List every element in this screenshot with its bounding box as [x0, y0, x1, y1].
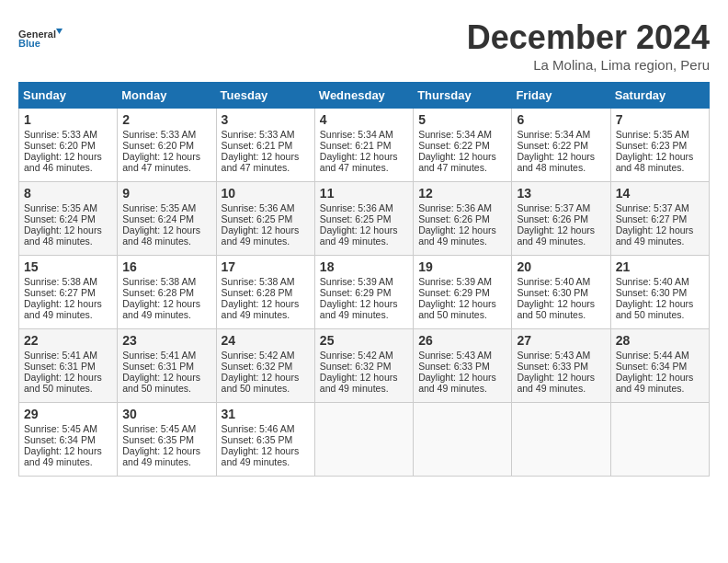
day-number: 17 — [222, 259, 310, 274]
day-info-line: Sunset: 6:25 PM — [320, 213, 408, 224]
day-info-line: Sunrise: 5:35 AM — [24, 202, 112, 213]
day-info-line: Daylight: 12 hours — [222, 298, 310, 309]
day-number: 8 — [24, 186, 112, 201]
day-info-line: Sunset: 6:35 PM — [122, 434, 210, 445]
day-info-line: Sunset: 6:31 PM — [24, 361, 112, 372]
svg-text:Blue: Blue — [18, 38, 40, 49]
day-info-line: Daylight: 12 hours — [24, 224, 112, 236]
day-info-line: Sunset: 6:34 PM — [24, 434, 112, 445]
day-number: 11 — [320, 186, 408, 201]
calendar-cell: 17Sunrise: 5:38 AMSunset: 6:28 PMDayligh… — [216, 256, 314, 329]
day-info-line: Daylight: 12 hours — [320, 298, 408, 309]
day-info-line: Daylight: 12 hours — [616, 372, 704, 383]
day-info-line: and 49 minutes. — [222, 456, 310, 467]
day-info-line: Sunrise: 5:45 AM — [24, 423, 112, 434]
day-info-line: Sunset: 6:30 PM — [517, 287, 605, 298]
header: General Blue December 2024 La Molina, Li… — [18, 18, 710, 73]
weekday-header-wednesday: Wednesday — [314, 83, 413, 109]
day-number: 16 — [122, 259, 210, 274]
day-info-line: Sunset: 6:31 PM — [122, 361, 210, 372]
day-info-line: and 49 minutes. — [418, 236, 506, 247]
day-info-line: Sunrise: 5:45 AM — [122, 423, 210, 434]
day-info-line: and 49 minutes. — [122, 309, 210, 320]
calendar-cell: 26Sunrise: 5:43 AMSunset: 6:33 PMDayligh… — [414, 329, 512, 403]
weekday-header-monday: Monday — [118, 83, 216, 109]
day-info-line: Sunset: 6:28 PM — [222, 287, 310, 298]
day-info-line: and 49 minutes. — [320, 236, 408, 247]
day-info-line: and 50 minutes. — [24, 383, 112, 394]
day-number: 20 — [517, 259, 605, 274]
calendar-cell: 30Sunrise: 5:45 AMSunset: 6:35 PMDayligh… — [118, 403, 216, 477]
day-info-line: Daylight: 12 hours — [418, 372, 506, 383]
calendar-cell: 19Sunrise: 5:39 AMSunset: 6:29 PMDayligh… — [414, 256, 512, 329]
calendar-cell: 10Sunrise: 5:36 AMSunset: 6:25 PMDayligh… — [216, 182, 314, 256]
weekday-header-row: SundayMondayTuesdayWednesdayThursdayFrid… — [19, 83, 710, 109]
day-info-line: Sunrise: 5:40 AM — [616, 276, 704, 287]
day-info-line: Sunset: 6:26 PM — [418, 213, 506, 224]
day-info-line: Sunrise: 5:41 AM — [24, 350, 112, 361]
day-number: 15 — [24, 259, 112, 274]
calendar-cell — [610, 403, 709, 477]
day-info-line: Daylight: 12 hours — [418, 224, 506, 236]
day-info-line: Sunrise: 5:34 AM — [418, 129, 506, 140]
day-info-line: Sunrise: 5:33 AM — [122, 129, 210, 140]
day-number: 2 — [122, 112, 210, 127]
day-info-line: Daylight: 12 hours — [320, 224, 408, 236]
day-info-line: and 48 minutes. — [24, 236, 112, 247]
day-info-line: and 48 minutes. — [517, 162, 605, 173]
day-info-line: Sunrise: 5:33 AM — [222, 129, 310, 140]
day-info-line: Sunset: 6:32 PM — [222, 361, 310, 372]
day-info-line: Sunset: 6:33 PM — [517, 361, 605, 372]
day-info-line: and 49 minutes. — [517, 383, 605, 394]
day-info-line: Sunset: 6:28 PM — [122, 287, 210, 298]
day-info-line: Sunset: 6:29 PM — [320, 287, 408, 298]
day-info-line: Daylight: 12 hours — [122, 151, 210, 162]
day-info-line: Sunrise: 5:43 AM — [517, 350, 605, 361]
calendar-cell: 11Sunrise: 5:36 AMSunset: 6:25 PMDayligh… — [314, 182, 413, 256]
week-row-4: 22Sunrise: 5:41 AMSunset: 6:31 PMDayligh… — [19, 329, 710, 403]
day-info-line: and 46 minutes. — [24, 162, 112, 173]
calendar-cell: 22Sunrise: 5:41 AMSunset: 6:31 PMDayligh… — [19, 329, 118, 403]
day-info-line: Sunrise: 5:42 AM — [222, 350, 310, 361]
calendar-cell: 7Sunrise: 5:35 AMSunset: 6:23 PMDaylight… — [610, 109, 709, 182]
day-info-line: Daylight: 12 hours — [122, 224, 210, 236]
day-number: 14 — [616, 186, 704, 201]
day-info-line: Sunset: 6:21 PM — [320, 140, 408, 151]
calendar-cell: 29Sunrise: 5:45 AMSunset: 6:34 PMDayligh… — [19, 403, 118, 477]
week-row-2: 8Sunrise: 5:35 AMSunset: 6:24 PMDaylight… — [19, 182, 710, 256]
week-row-1: 1Sunrise: 5:33 AMSunset: 6:20 PMDaylight… — [19, 109, 710, 182]
calendar-cell: 21Sunrise: 5:40 AMSunset: 6:30 PMDayligh… — [610, 256, 709, 329]
day-info-line: and 49 minutes. — [122, 456, 210, 467]
day-info-line: Sunrise: 5:35 AM — [616, 129, 704, 140]
day-info-line: and 47 minutes. — [222, 162, 310, 173]
day-number: 19 — [418, 259, 506, 274]
day-info-line: Sunrise: 5:44 AM — [616, 350, 704, 361]
weekday-header-friday: Friday — [512, 83, 610, 109]
day-info-line: and 50 minutes. — [616, 309, 704, 320]
logo-svg: General Blue — [18, 18, 64, 60]
day-info-line: Daylight: 12 hours — [418, 298, 506, 309]
week-row-3: 15Sunrise: 5:38 AMSunset: 6:27 PMDayligh… — [19, 256, 710, 329]
subtitle: La Molina, Lima region, Peru — [467, 57, 710, 73]
day-info-line: Sunset: 6:26 PM — [517, 213, 605, 224]
day-info-line: Sunrise: 5:40 AM — [517, 276, 605, 287]
day-info-line: Daylight: 12 hours — [320, 151, 408, 162]
day-info-line: and 48 minutes. — [122, 236, 210, 247]
calendar-cell: 1Sunrise: 5:33 AMSunset: 6:20 PMDaylight… — [19, 109, 118, 182]
day-number: 28 — [616, 333, 704, 348]
logo: General Blue — [18, 18, 64, 60]
day-number: 6 — [517, 112, 605, 127]
day-info-line: and 50 minutes. — [122, 383, 210, 394]
day-info-line: Sunset: 6:24 PM — [24, 213, 112, 224]
day-info-line: Sunset: 6:25 PM — [222, 213, 310, 224]
day-number: 31 — [222, 407, 310, 421]
day-number: 9 — [122, 186, 210, 201]
day-number: 10 — [222, 186, 310, 201]
day-info-line: Daylight: 12 hours — [222, 372, 310, 383]
day-info-line: Daylight: 12 hours — [616, 298, 704, 309]
calendar-cell: 20Sunrise: 5:40 AMSunset: 6:30 PMDayligh… — [512, 256, 610, 329]
day-info-line: Daylight: 12 hours — [517, 372, 605, 383]
day-info-line: Sunset: 6:20 PM — [122, 140, 210, 151]
calendar-cell: 4Sunrise: 5:34 AMSunset: 6:21 PMDaylight… — [314, 109, 413, 182]
day-info-line: and 47 minutes. — [418, 162, 506, 173]
